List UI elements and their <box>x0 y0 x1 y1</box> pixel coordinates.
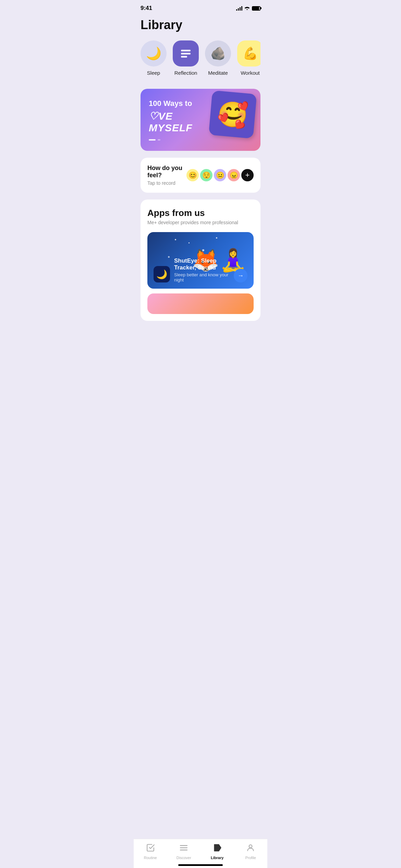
mood-question: How do you feel? <box>147 165 186 179</box>
mood-neutral: 😐 <box>214 169 226 181</box>
shuteye-info: ShutEye: Sleep Tracker, Sound Sleep bett… <box>174 257 234 282</box>
sleep-icon: 🌙 <box>141 40 167 67</box>
banner-dots <box>149 139 252 141</box>
banner-dot-2 <box>158 139 160 141</box>
banner-emoji: 🥰 <box>209 91 257 139</box>
svg-rect-0 <box>181 50 191 51</box>
mood-emojis: 😊 😌 😐 😠 + <box>186 169 254 181</box>
meditate-label: Meditate <box>208 70 228 76</box>
wifi-icon <box>244 5 250 11</box>
battery-icon <box>252 6 260 11</box>
categories-list: 🌙 Sleep Reflection 🪨 Meditate <box>141 40 260 79</box>
mood-happy: 😊 <box>186 169 199 181</box>
banner-text-main: ♡ve Myself <box>149 110 209 134</box>
mood-angry: 😠 <box>228 169 240 181</box>
apps-subtitle: Me+ developer provides more professional <box>147 220 254 225</box>
app-card-inner: 🌙 ShutEye: Sleep Tracker, Sound Sleep be… <box>147 232 254 289</box>
workout-label: Workout <box>241 70 260 76</box>
status-time: 9:41 <box>141 5 152 12</box>
category-sleep[interactable]: 🌙 Sleep <box>141 40 167 76</box>
banner-text-top: 100 Ways to <box>149 99 209 108</box>
category-workout[interactable]: 💪 Workout <box>237 40 260 76</box>
mood-card[interactable]: How do you feel? Tap to record 😊 😌 😐 😠 + <box>141 158 260 193</box>
shuteye-arrow-button[interactable]: → <box>234 269 247 282</box>
app-card-shuteye[interactable]: 🦊🧘‍♀️ 🌙 ShutEye: Sleep Tracker, Sound Sl… <box>147 232 254 289</box>
mood-text: How do you feel? Tap to record <box>147 165 186 186</box>
app-card-partial[interactable] <box>147 293 254 314</box>
category-reflection[interactable]: Reflection <box>173 40 199 76</box>
status-bar: 9:41 <box>134 0 267 14</box>
reflection-label: Reflection <box>174 70 197 76</box>
sleep-label: Sleep <box>147 70 160 76</box>
featured-banner[interactable]: 100 Ways to ♡ve Myself 🥰 <box>141 89 260 151</box>
page-content: Library 🌙 Sleep Reflection 🪨 <box>134 18 267 321</box>
reflection-icon <box>173 40 199 67</box>
workout-icon: 💪 <box>237 40 260 67</box>
apps-section: Apps from us Me+ developer provides more… <box>141 200 260 321</box>
svg-rect-2 <box>181 56 187 58</box>
category-meditate[interactable]: 🪨 Meditate <box>205 40 231 76</box>
meditate-icon: 🪨 <box>205 40 231 67</box>
status-icons <box>236 5 260 11</box>
shuteye-name: ShutEye: Sleep Tracker, Sound <box>174 257 234 271</box>
shuteye-desc: Sleep better and know your night <box>174 272 234 282</box>
shuteye-app-icon: 🌙 <box>154 266 170 282</box>
apps-title: Apps from us <box>147 208 254 218</box>
banner-dot-1 <box>149 139 156 141</box>
mood-calm: 😌 <box>200 169 212 181</box>
signal-icon <box>236 6 242 11</box>
svg-rect-1 <box>181 53 191 55</box>
mood-subtext: Tap to record <box>147 180 186 186</box>
page-title: Library <box>141 18 260 32</box>
mood-add-button[interactable]: + <box>241 169 254 181</box>
